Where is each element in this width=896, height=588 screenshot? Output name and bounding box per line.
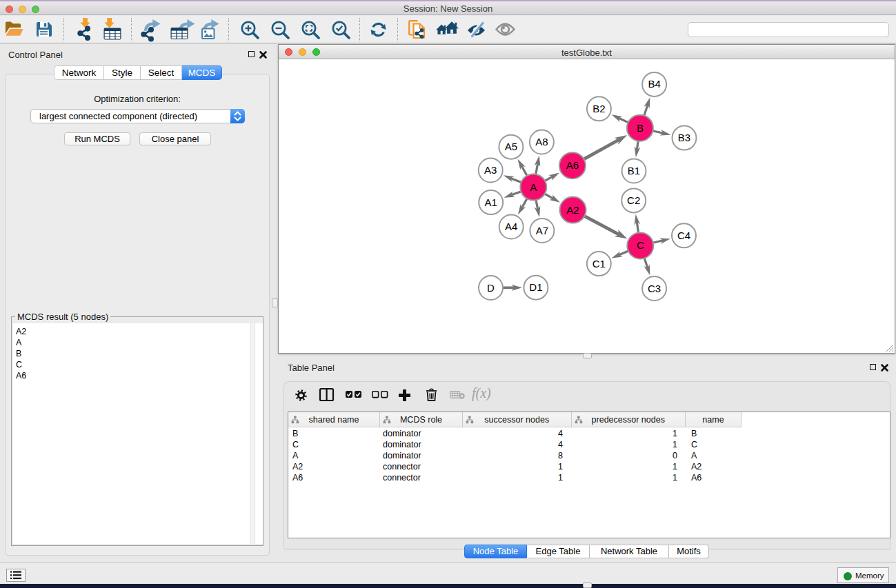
svg-text:A7: A7: [536, 225, 548, 236]
svg-text:A2: A2: [566, 204, 579, 216]
svg-text:B1: B1: [628, 165, 640, 176]
svg-text:A6: A6: [566, 159, 579, 171]
svg-text:A1: A1: [485, 196, 497, 208]
svg-text:B3: B3: [678, 132, 690, 143]
svg-text:B: B: [637, 122, 644, 134]
svg-text:B2: B2: [593, 103, 605, 114]
svg-text:C2: C2: [627, 194, 640, 206]
svg-text:A4: A4: [505, 221, 517, 232]
svg-text:A: A: [530, 181, 537, 193]
svg-text:C: C: [637, 239, 644, 251]
svg-text:D1: D1: [529, 281, 542, 293]
svg-text:D: D: [487, 282, 495, 294]
svg-text:B4: B4: [648, 78, 660, 90]
svg-text:C1: C1: [593, 258, 606, 270]
svg-text:C3: C3: [648, 283, 661, 294]
svg-text:A5: A5: [505, 141, 517, 152]
svg-text:A3: A3: [484, 164, 497, 176]
svg-text:A8: A8: [535, 136, 548, 148]
svg-text:C4: C4: [677, 230, 690, 241]
